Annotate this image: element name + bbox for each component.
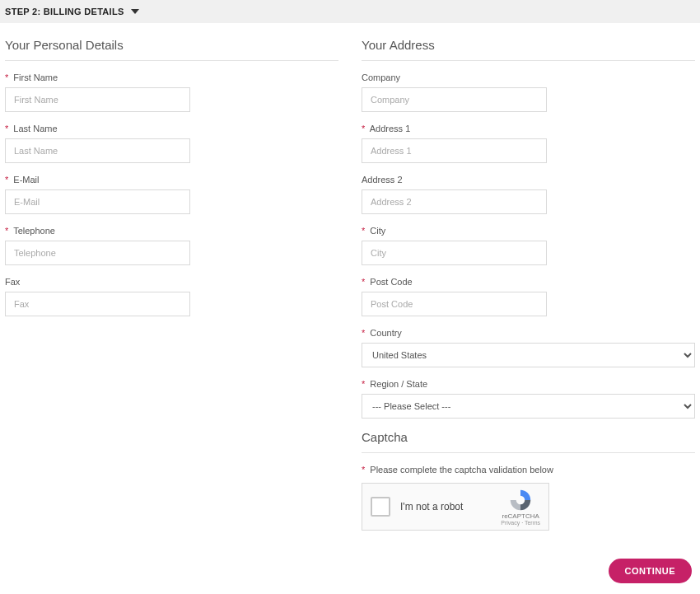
- label-captcha: * Please complete the captcha validation…: [362, 465, 695, 475]
- recaptcha-logo: reCAPTCHA Privacy · Terms: [501, 489, 540, 526]
- first-name-input[interactable]: [5, 87, 190, 112]
- recaptcha-icon: [509, 489, 532, 512]
- address-column: Your Address Company * Address 1 Address…: [362, 38, 695, 542]
- field-telephone: * Telephone: [5, 226, 338, 265]
- label-city: * City: [362, 226, 695, 236]
- field-last-name: * Last Name: [5, 124, 338, 163]
- step-header[interactable]: STEP 2: BILLING DETAILS: [0, 0, 700, 23]
- continue-button[interactable]: CONTINUE: [609, 559, 692, 583]
- label-first-name: * First Name: [5, 72, 338, 82]
- email-input[interactable]: [5, 189, 190, 214]
- caret-down-icon: [131, 9, 139, 14]
- personal-details-column: Your Personal Details * First Name * Las…: [5, 38, 338, 542]
- required-marker: *: [362, 465, 365, 475]
- postcode-input[interactable]: [362, 292, 547, 316]
- label-postcode: * Post Code: [362, 277, 695, 287]
- field-address1: * Address 1: [362, 124, 695, 163]
- field-city: * City: [362, 226, 695, 265]
- label-telephone: * Telephone: [5, 226, 338, 236]
- label-company: Company: [362, 72, 695, 82]
- field-email: * E-Mail: [5, 175, 338, 214]
- required-marker: *: [5, 124, 8, 133]
- country-select[interactable]: United States: [362, 343, 695, 367]
- field-country: * Country United States: [362, 328, 695, 367]
- required-marker: *: [362, 226, 365, 236]
- step-title: STEP 2: BILLING DETAILS: [5, 7, 124, 16]
- label-region: * Region / State: [362, 379, 695, 389]
- recaptcha-text: I'm not a robot: [400, 501, 463, 512]
- company-input[interactable]: [362, 87, 547, 112]
- required-marker: *: [5, 175, 8, 185]
- required-marker: *: [362, 328, 365, 338]
- city-input[interactable]: [362, 241, 547, 265]
- required-marker: *: [362, 379, 365, 389]
- field-company: Company: [362, 72, 695, 112]
- field-captcha: * Please complete the captcha validation…: [362, 465, 695, 531]
- field-region: * Region / State --- Please Select ---: [362, 379, 695, 419]
- required-marker: *: [362, 124, 365, 133]
- label-address2: Address 2: [362, 175, 695, 185]
- field-fax: Fax: [5, 277, 338, 316]
- field-first-name: * First Name: [5, 72, 338, 112]
- footer: CONTINUE: [0, 550, 700, 593]
- region-select[interactable]: --- Please Select ---: [362, 394, 695, 419]
- fax-input[interactable]: [5, 292, 190, 316]
- last-name-input[interactable]: [5, 138, 190, 163]
- telephone-input[interactable]: [5, 241, 190, 265]
- label-fax: Fax: [5, 277, 338, 287]
- field-address2: Address 2: [362, 175, 695, 214]
- recaptcha-checkbox[interactable]: [371, 497, 390, 517]
- section-title-address: Your Address: [362, 38, 695, 61]
- label-last-name: * Last Name: [5, 124, 338, 133]
- section-title-captcha: Captcha: [362, 430, 695, 453]
- required-marker: *: [5, 226, 8, 236]
- section-title-personal: Your Personal Details: [5, 38, 338, 61]
- label-address1: * Address 1: [362, 124, 695, 133]
- address1-input[interactable]: [362, 138, 547, 163]
- label-country: * Country: [362, 328, 695, 338]
- label-email: * E-Mail: [5, 175, 338, 185]
- required-marker: *: [5, 72, 8, 82]
- field-postcode: * Post Code: [362, 277, 695, 316]
- recaptcha-widget: I'm not a robot reCAPTCHA Privacy · Term…: [362, 483, 549, 531]
- required-marker: *: [362, 277, 365, 287]
- address2-input[interactable]: [362, 189, 547, 214]
